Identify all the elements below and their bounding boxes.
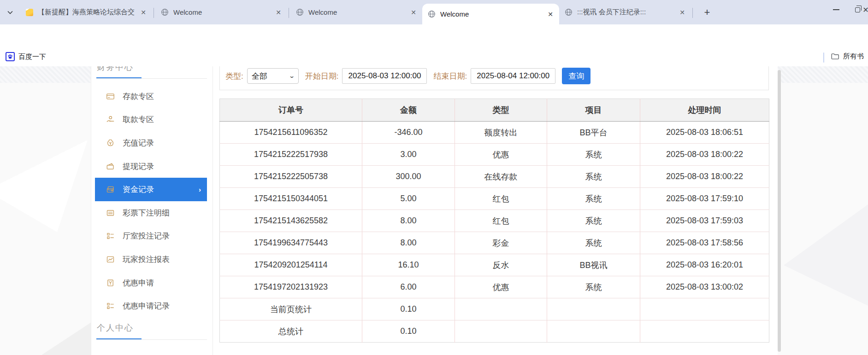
browser-tab-1[interactable]: 【新提醒】海燕策略论坛综合交✕ [20,0,152,24]
tab-title: Welcome [308,8,407,16]
table-header-cell: 类型 [455,99,547,122]
sidebar-item-cashout-wallet[interactable]: 提现记录› [95,155,207,178]
table-cell: 在线存款 [455,166,547,188]
table-cell: 彩金 [455,232,547,254]
chevron-right-icon: › [199,186,201,193]
minimize-icon [833,9,839,10]
table-cell: 2025-08-03 17:59:03 [640,210,769,232]
tab-close-button[interactable]: ✕ [546,10,555,18]
page-scrollbar[interactable] [778,70,781,352]
table-summary-row: 总统计0.10 [220,320,769,343]
table-cell: 2025-08-03 13:00:02 [640,276,769,298]
forum-favicon-icon [26,9,33,16]
tab-close-button[interactable]: ✕ [139,8,148,17]
sidebar-menu: 存款专区›取款专区›充值记录›提现记录›资金记录›彩票下注明细›厅室投注记录›玩… [95,85,207,318]
start-date-input[interactable]: 2025-08-03 12:00:00 [342,68,427,84]
table-cell [547,320,640,343]
recharge-bag-icon [106,139,115,147]
type-select[interactable]: 全部 ⌄ [247,68,299,84]
table-header-cell: 订单号 [220,99,362,122]
table-cell [640,298,769,320]
tab-search-button[interactable] [4,6,17,19]
table-cell: 2025-08-03 18:06:51 [640,122,769,144]
table-cell: 红包 [455,188,547,210]
sidebar-item-hall-grid[interactable]: 厅室投注记录› [95,225,207,248]
sidebar-item-funds-wallet[interactable]: 资金记录› [95,178,207,201]
table-cell: 8.00 [362,210,455,232]
browser-tab-2[interactable]: Welcome✕ [155,0,287,24]
table-cell [547,298,640,320]
baidu-favicon [6,52,15,61]
minimize-button[interactable] [826,0,847,19]
globe-favicon-icon [161,8,169,16]
bookmark-baidu-label: 百度一下 [18,52,46,61]
tab-title: :::视讯 会员下注纪录::: [577,8,675,17]
lottery-list-icon [106,209,115,217]
sidebar-heading-personal: 个人中心 [97,322,134,333]
browser-tab-strip: 【新提醒】海燕策略论坛综合交✕Welcome✕Welcome✕Welcome✕:… [0,0,868,24]
table-cell [455,320,547,343]
table-row: 1754215611096352-346.00额度转出BB平台2025-08-0… [220,122,769,144]
end-date-group: 结束日期: 2025-08-04 12:00:00 [433,68,555,84]
sidebar-item-recharge-bag[interactable]: 充值记录› [95,131,207,155]
sidebar-item-lottery-list[interactable]: 彩票下注明细› [95,201,207,225]
table-cell: 2025-08-03 17:59:10 [640,188,769,210]
sidebar-item-promo-grid[interactable]: 优惠申请记录› [95,294,207,318]
query-button[interactable]: 查询 [562,68,590,84]
sidebar-item-deposit-card[interactable]: 存款专区› [95,85,207,108]
tab-close-button[interactable]: ✕ [274,8,283,17]
table-cell: 反水 [455,254,547,276]
browser-tab-5[interactable]: :::视讯 会员下注纪录:::✕ [559,0,691,24]
new-tab-button[interactable]: + [701,6,714,19]
browser-tab-4[interactable]: Welcome✕ [422,4,559,24]
tab-title: Welcome [173,8,272,16]
table-cell: 系统 [547,276,640,298]
globe-favicon-icon [428,10,436,18]
globe-favicon-icon [565,8,573,16]
tab-separator [289,8,289,18]
close-window-button[interactable]: ✕ [855,0,868,19]
table-cell: 优惠 [455,276,547,298]
sidebar-item-withdraw-hand[interactable]: 取款专区› [95,108,207,132]
tabs-container: 【新提醒】海燕策略论坛综合交✕Welcome✕Welcome✕Welcome✕:… [20,0,714,24]
table-cell: -346.00 [362,122,455,144]
bookmark-baidu[interactable]: 百度一下 [6,52,46,61]
table-cell: 8.00 [362,232,455,254]
table-cell [455,298,547,320]
table-cell: 1754215143625582 [220,210,362,232]
sidebar-content-divider [213,66,213,355]
table-row: 17541996347754438.00彩金系统2025-08-03 17:58… [220,232,769,254]
table-cell: 1754215222517938 [220,144,362,166]
browser-tab-3[interactable]: Welcome✕ [290,0,422,24]
browser-toolbar: js13.cc/hhcp/usercenter.html?iniType=6 [0,24,868,49]
table-header-cell: 项目 [547,99,640,122]
heading-underline [96,78,207,79]
tab-separator [154,8,154,18]
tab-close-button[interactable]: ✕ [678,8,686,17]
web-page: 财务中心 存款专区›取款专区›充值记录›提现记录›资金记录›彩票下注明细›厅室投… [0,66,868,355]
sidebar-item-promo-ticket[interactable]: 优惠申请› [95,271,207,295]
table-cell: 额度转出 [455,122,547,144]
tab-title: 【新提醒】海燕策略论坛综合交 [38,8,136,17]
sidebar-item-label: 存款专区 [123,91,154,102]
table-row: 17542151436255828.00红包系统2025-08-03 17:59… [220,210,769,232]
all-bookmarks-button[interactable]: 所有书 [831,52,868,61]
table-header-cell: 金额 [362,99,455,122]
sidebar-item-report-chart[interactable]: 玩家投注报表› [95,248,207,271]
funds-wallet-icon [106,185,115,194]
promo-grid-icon [106,302,115,310]
start-date-group: 开始日期: 2025-08-03 12:00:00 [305,68,427,84]
sidebar-item-label: 充值记录 [123,138,154,148]
table-cell: 总统计 [220,320,362,343]
table-cell: 3.00 [362,144,455,166]
window-controls: ✕ [826,0,868,19]
table-cell: BB平台 [547,122,640,144]
end-date-input[interactable]: 2025-08-04 12:00:00 [471,68,555,84]
table-cell: 系统 [547,166,640,188]
table-cell: 0.10 [362,298,455,320]
table-cell: 300.00 [362,166,455,188]
tab-separator [692,8,693,18]
tab-close-button[interactable]: ✕ [409,8,418,17]
cashout-wallet-icon [106,162,115,171]
table-cell: 系统 [547,144,640,166]
